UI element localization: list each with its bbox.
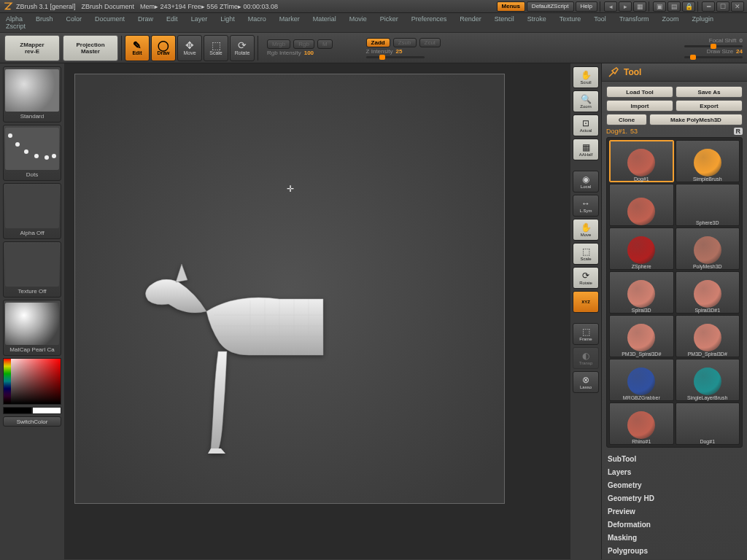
tool-panel-header[interactable]: Tool [602, 63, 747, 82]
section-layers[interactable]: Layers [608, 468, 741, 476]
texture-thumb[interactable]: Texture Off [3, 241, 61, 298]
z-intensity-slider[interactable] [366, 56, 425, 58]
tool-thumb-singlelayerbrush[interactable]: SingleLayerBrush [676, 359, 740, 401]
menu-light[interactable]: Light [220, 15, 235, 23]
zoom-button[interactable]: 🔍Zoom [573, 90, 599, 112]
edit-mode-button[interactable]: ✎Edit [125, 35, 150, 61]
tool-thumb-simplebrush[interactable]: SimpleBrush [676, 140, 740, 182]
move-mode-button[interactable]: ✥Move [177, 35, 202, 61]
menu-preferences[interactable]: Preferences [411, 15, 447, 23]
actual-button[interactable]: ⊡Actual [573, 114, 599, 136]
defaultzscript-button[interactable]: DefaultZScript [527, 1, 574, 12]
scale-button[interactable]: ⬚Scale [573, 243, 599, 265]
tool-thumb-mrgbzgrabber[interactable]: MRGBZGrabber [609, 359, 674, 401]
close-icon[interactable]: ✕ [731, 1, 744, 12]
menu-marker[interactable]: Marker [279, 15, 300, 23]
menus-button[interactable]: Menus [497, 1, 525, 12]
menu-texture[interactable]: Texture [560, 15, 581, 23]
menu-movie[interactable]: Movie [349, 15, 367, 23]
menu-tool[interactable]: Tool [594, 15, 606, 23]
color-swatches[interactable] [3, 407, 61, 414]
layout1-icon[interactable]: ▣ [653, 1, 666, 12]
mrgb-button[interactable]: Mrgb [267, 39, 290, 49]
help-button[interactable]: Help [576, 1, 597, 12]
xyz-button[interactable]: XYZ [573, 291, 599, 313]
section-geometry-hd[interactable]: Geometry HD [608, 494, 741, 502]
export-button[interactable]: Export [676, 100, 743, 112]
tool-thumb-pm3dspiral3d[interactable]: PM3D_Spiral3D# [676, 315, 740, 357]
section-polygroups[interactable]: Polygroups [608, 547, 741, 555]
menu-macro[interactable]: Macro [248, 15, 266, 23]
brush-thumb[interactable]: Standard [3, 66, 61, 122]
zadd-button[interactable]: Zadd [366, 38, 390, 47]
grid-icon[interactable]: ▦ [633, 1, 646, 12]
rotate-button[interactable]: ⟳Rotate [573, 267, 599, 289]
menu-alpha[interactable]: Alpha [6, 15, 23, 23]
tool-thumb-dog1[interactable]: Dog#1 [609, 140, 674, 182]
tool-thumb-spiral3d1[interactable]: Spiral3D#1 [676, 271, 740, 314]
viewport[interactable]: ✛ [74, 74, 505, 504]
zcut-button[interactable]: Zcut [419, 38, 441, 47]
tool-thumb-zsphere[interactable]: ZSphere [609, 228, 674, 270]
focal-shift-slider[interactable] [684, 45, 743, 47]
transp-button[interactable]: ◐Transp [573, 347, 599, 369]
scale-mode-button[interactable]: ⬚Scale [204, 35, 228, 61]
menu-zoom[interactable]: Zoom [662, 15, 679, 23]
menu-zscript[interactable]: Zscript [6, 23, 26, 30]
minimize-icon[interactable]: ━ [702, 1, 715, 12]
tool-thumb-empty[interactable] [609, 184, 674, 226]
menu-document[interactable]: Document [95, 15, 125, 23]
tool-thumb-rhino1[interactable]: Rhino#1 [609, 402, 674, 445]
tool-thumb-sphere3d[interactable]: Sphere3D [676, 184, 740, 226]
make-polymesh-button[interactable]: Make PolyMesh3D [649, 114, 743, 125]
clone-button[interactable]: Clone [606, 114, 647, 125]
menu-material[interactable]: Material [313, 15, 336, 23]
frame-button[interactable]: ⬚Frame [573, 323, 599, 345]
menu-edit[interactable]: Edit [166, 15, 178, 23]
prev-icon[interactable]: ◂ [604, 1, 617, 12]
menu-zplugin[interactable]: Zplugin [692, 15, 714, 23]
draw-mode-button[interactable]: ◯Draw [151, 35, 176, 61]
menu-layer[interactable]: Layer [191, 15, 208, 23]
section-preview[interactable]: Preview [608, 508, 741, 516]
r-badge[interactable]: R [734, 128, 743, 135]
menu-draw[interactable]: Draw [138, 15, 153, 23]
section-subtool[interactable]: SubTool [608, 455, 741, 463]
draw-size-slider[interactable] [684, 56, 743, 58]
tool-thumb-pm3dspiral3d[interactable]: PM3D_Spiral3D# [609, 315, 674, 357]
move-button[interactable]: ✋Move [573, 219, 599, 241]
menu-brush[interactable]: Brush [36, 15, 53, 23]
scroll-button[interactable]: ✋Scroll [573, 66, 599, 88]
section-masking[interactable]: Masking [608, 534, 741, 542]
save-as-button[interactable]: Save As [676, 86, 743, 98]
tool-thumb-polymesh3d[interactable]: PolyMesh3D [676, 228, 740, 270]
layout2-icon[interactable]: ▤ [667, 1, 681, 12]
m-button[interactable]: M [317, 39, 333, 49]
menu-stroke[interactable]: Stroke [527, 15, 546, 23]
menu-picker[interactable]: Picker [380, 15, 398, 23]
menu-color[interactable]: Color [66, 15, 82, 23]
menu-render[interactable]: Render [460, 15, 481, 23]
local-button[interactable]: ◉Local [573, 171, 599, 192]
stroke-thumb[interactable]: Dots [3, 125, 61, 181]
color-picker[interactable] [3, 358, 61, 405]
menu-stencil[interactable]: Stencil [495, 15, 514, 23]
material-thumb[interactable]: MatCap Pearl Ca [3, 300, 61, 356]
projection-master-button[interactable]: Projection Master [63, 35, 118, 61]
lasso-button[interactable]: ⊗Lasso [573, 371, 599, 393]
tool-thumb-dog1[interactable]: Dog#1 [676, 402, 740, 445]
rgb-button[interactable]: Rgb [293, 39, 314, 49]
zsub-button[interactable]: Zsub [393, 38, 417, 47]
aahalf-button[interactable]: ▦AAHalf [573, 139, 599, 160]
load-tool-button[interactable]: Load Tool [606, 86, 673, 98]
section-geometry[interactable]: Geometry [608, 481, 741, 489]
lsym-button[interactable]: ↔L.Sym [573, 195, 599, 217]
next-icon[interactable]: ▸ [619, 1, 632, 12]
zmapper-button[interactable]: ZMapper rev-E [4, 35, 60, 61]
import-button[interactable]: Import [606, 100, 673, 112]
alpha-thumb[interactable]: Alpha Off [3, 183, 61, 239]
lock-icon[interactable]: 🔒 [682, 1, 695, 12]
switch-color-button[interactable]: SwitchColor [3, 416, 61, 427]
menu-transform[interactable]: Transform [619, 15, 649, 23]
section-deformation[interactable]: Deformation [608, 521, 741, 529]
